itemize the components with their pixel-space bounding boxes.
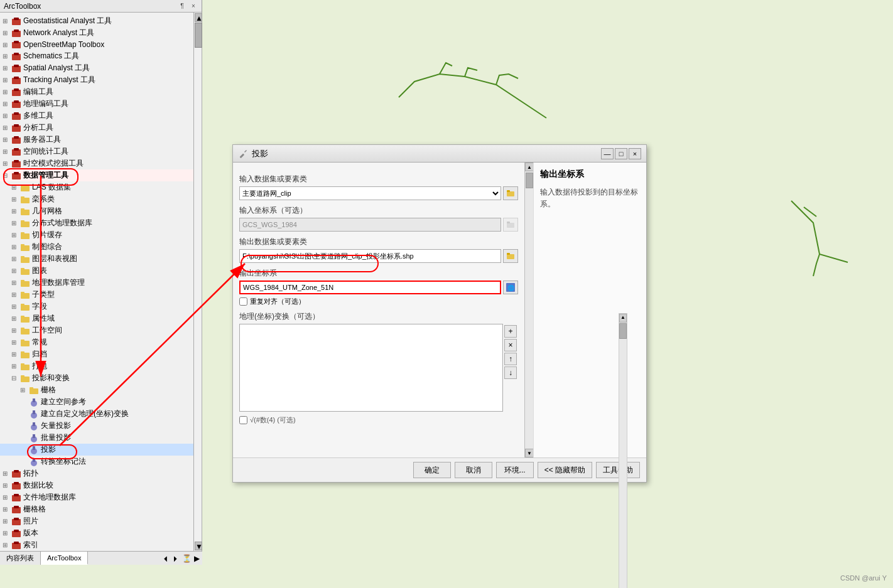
tree-item-spatial[interactable]: ⊞ Spatial Analyst 工具 [0,62,202,74]
geo-transform-add-btn[interactable]: + [504,325,517,338]
geo-transform-delete-btn[interactable]: × [504,339,517,351]
panel-scrollbar[interactable]: ▲ ▼ [193,13,202,551]
tree-item-geometric-network[interactable]: ⊞ 几何网格 [0,205,202,217]
toolbox-icon [11,87,21,97]
geo-transform-down-btn[interactable]: ↓ [504,366,517,379]
tree-item-geostatistical[interactable]: ⊞ Geostatistical Analyst 工具 [0,15,202,27]
tree-item-raster-grid[interactable]: ⊞ 栅格格 [0,503,202,515]
scroll-thumb[interactable] [526,173,533,188]
tree-item-network[interactable]: ⊞ Network Analyst 工具 [0,27,202,39]
cancel-button[interactable]: 取消 [455,462,492,478]
right-panel-scrollbar[interactable]: ▲ ▼ [619,313,627,588]
tree-item-server[interactable]: ⊞ 服务器工具 [0,134,202,146]
pin-button[interactable]: ¶ [178,2,187,11]
item-label: Schematics 工具 [23,51,79,61]
tree-item-photo[interactable]: ⊞ 照片 [0,515,202,527]
input-dataset-browse-btn[interactable] [503,186,518,200]
ok-button[interactable]: 确定 [413,462,451,478]
tool-help-button[interactable]: 工具帮助 [596,462,640,478]
tree-item-field[interactable]: ⊞ 字段 [0,301,202,313]
tree-item-create-spatial-ref[interactable]: 建立空间参考 [0,396,202,408]
output-coord-field[interactable] [239,281,501,294]
rp-scroll-thumb[interactable] [619,323,627,339]
tree-item-topology[interactable]: ⊞ 拓扑 [0,468,202,479]
item-label: 数据管理工具 [23,170,68,181]
input-dataset-label: 输入数据集或要素类 [239,174,518,184]
svg-rect-1 [14,18,19,20]
toolbox-icon [11,123,21,133]
note-checkbox[interactable] [239,416,247,424]
tree-item-multidim[interactable]: ⊞ 多维工具 [0,110,202,122]
tree-item-tile-cache[interactable]: ⊞ 切片缓存 [0,229,202,241]
scroll-thumb[interactable] [195,23,202,48]
tree-item-cartography[interactable]: ⊞ 制图综合 [0,241,202,253]
tree-item-projection-transform[interactable]: ⊟ 投影和变换 [0,372,202,384]
tree-item-create-custom-transform[interactable]: 建立自定义地理(坐标)变换 [0,408,202,420]
scroll-up-btn[interactable]: ▲ [195,13,202,22]
tree-item-project[interactable]: 投影 [0,444,202,456]
tree-item-relationship[interactable]: ⊞ 栾系类 [0,193,202,205]
tree-item-domain[interactable]: ⊞ 属性域 [0,313,202,324]
tree-item-layer-view[interactable]: ⊞ 图层和表视图 [0,253,202,265]
tree-item-distributed-geodatabase[interactable]: ⊞ 分布式地理数据库 [0,217,202,229]
tree-item-las[interactable]: ⊞ LAS 数据集 [0,181,202,193]
svg-rect-67 [33,410,35,414]
tree-item-workspace[interactable]: ⊞ 工作空间 [0,324,202,336]
folder-icon [20,254,30,264]
tool-small-icon [29,421,39,431]
scroll-down-arrow[interactable]: ▼ [525,449,534,457]
tree-item-batch-project[interactable]: 批量投影 [0,432,202,444]
input-dataset-select[interactable]: 主要道路网_clip [239,186,501,200]
tree-item-version[interactable]: ⊞ 版本 [0,527,202,539]
nav-icon-4[interactable]: ▶ [194,554,200,563]
tab-arctoolbox[interactable]: ArcToolbox [41,552,88,565]
output-dataset-browse-btn[interactable] [503,249,518,263]
dialog-maximize-btn[interactable]: □ [615,148,627,159]
tree-item-tracking[interactable]: ⊞ Tracking Analyst 工具 [0,74,202,86]
tree-item-geocode[interactable]: ⊞ 地理编码工具 [0,98,202,110]
scroll-down-btn[interactable]: ▼ [195,542,202,550]
tree-item-vector-project[interactable]: 矢量投影 [0,420,202,432]
tree-item-data-management[interactable]: ⊟ 数据管理工具 [0,169,202,181]
toolbox-icon [11,16,21,26]
geo-transform-up-btn[interactable]: ↑ [504,353,517,365]
dialog-close-btn[interactable]: × [629,148,641,159]
item-label: 栾系类 [32,194,55,205]
tree-item-data-compare[interactable]: ⊞ 数据比较 [0,479,202,491]
svg-rect-54 [21,341,30,346]
env-button[interactable]: 环境... [496,462,534,478]
tree-item-openstreetmap[interactable]: ⊞ OpenStreetMap Toolbox [0,39,202,50]
tree-item-index[interactable]: ⊞ 索引 [0,539,202,551]
output-dataset-field[interactable] [239,249,501,263]
tab-content-list[interactable]: 内容列表 [0,552,41,565]
rp-scroll-up[interactable]: ▲ [619,314,627,323]
folder-icon [20,266,30,276]
tree-item-spatial-stats[interactable]: ⊞ 空间统计工具 [0,146,202,158]
tree-item-package[interactable]: ⊞ 打包 [0,360,202,372]
tree-item-general[interactable]: ⊞ 常规 [0,336,202,348]
tree-item-raster[interactable]: ⊞ 栅格 [0,384,202,396]
output-coord-browse-btn[interactable]: 🌐 [503,281,518,294]
dialog-scrollbar[interactable]: ▲ ▼ [524,163,533,457]
output-dataset-row [239,249,518,263]
nav-icon-2[interactable]: ⏵ [172,554,180,563]
tree-item-geodatabase-admin[interactable]: ⊞ 地理数据库管理 [0,277,202,289]
tree-item-subtype[interactable]: ⊞ 子类型 [0,289,202,301]
align-checkbox[interactable] [239,297,247,306]
scroll-up-arrow[interactable]: ▲ [525,163,534,171]
nav-icon-1[interactable]: ⏴ [162,554,170,563]
tree-item-file-geodatabase[interactable]: ⊞ 文件地理数据库 [0,491,202,503]
dialog-minimize-btn[interactable]: — [601,148,614,159]
tree-item-chart[interactable]: ⊞ 图表 [0,265,202,277]
input-coord-browse-btn[interactable] [503,218,518,232]
tree-item-convert-coord[interactable]: 转换坐标记法 [0,456,202,468]
tree-item-archive[interactable]: ⊞ 归档 [0,348,202,360]
tree-item-spatiotemporal[interactable]: ⊞ 时空模式挖掘工具 [0,158,202,169]
close-panel-button[interactable]: × [189,2,198,11]
tree-item-analysis[interactable]: ⊞ 分析工具 [0,122,202,134]
hide-help-button[interactable]: << 隐藏帮助 [538,462,592,478]
tree-item-schematics[interactable]: ⊞ Schematics 工具 [0,50,202,62]
svg-rect-89 [14,542,19,544]
nav-icon-3[interactable]: ⏳ [182,554,192,563]
tree-item-edit[interactable]: ⊞ 编辑工具 [0,86,202,98]
